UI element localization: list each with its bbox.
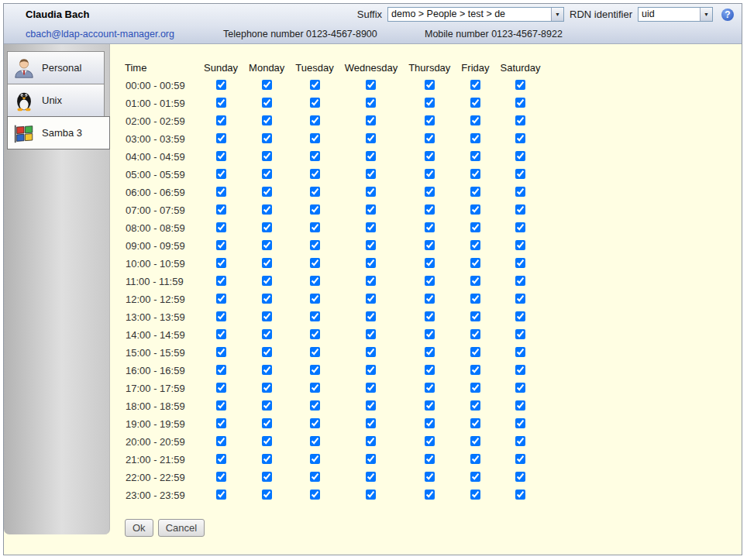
day-hour-checkbox[interactable] (216, 222, 226, 232)
day-hour-checkbox[interactable] (216, 454, 226, 464)
day-hour-checkbox[interactable] (262, 151, 272, 161)
day-hour-checkbox[interactable] (515, 472, 525, 482)
day-hour-checkbox[interactable] (515, 294, 525, 304)
day-hour-checkbox[interactable] (310, 472, 320, 482)
day-hour-checkbox[interactable] (425, 115, 435, 125)
day-hour-checkbox[interactable] (216, 80, 226, 90)
day-hour-checkbox[interactable] (515, 311, 525, 321)
day-hour-checkbox[interactable] (470, 400, 480, 411)
day-hour-checkbox[interactable] (262, 454, 272, 464)
day-hour-checkbox[interactable] (216, 400, 226, 411)
day-hour-checkbox[interactable] (216, 240, 226, 250)
day-hour-checkbox[interactable] (262, 418, 272, 428)
day-hour-checkbox[interactable] (262, 472, 272, 482)
tab-personal[interactable]: Personal (7, 51, 105, 84)
day-hour-checkbox[interactable] (515, 204, 525, 215)
day-hour-checkbox[interactable] (216, 115, 226, 125)
day-hour-checkbox[interactable] (425, 294, 435, 304)
day-hour-checkbox[interactable] (425, 151, 435, 161)
day-hour-checkbox[interactable] (366, 133, 376, 143)
day-hour-checkbox[interactable] (262, 347, 272, 357)
day-hour-checkbox[interactable] (366, 365, 376, 375)
day-hour-checkbox[interactable] (262, 258, 272, 268)
day-hour-checkbox[interactable] (470, 151, 480, 161)
day-hour-checkbox[interactable] (470, 169, 480, 179)
day-hour-checkbox[interactable] (425, 80, 435, 90)
tab-samba3[interactable]: Samba 3 (7, 116, 110, 149)
day-hour-checkbox[interactable] (216, 169, 226, 179)
day-hour-checkbox[interactable] (515, 258, 525, 268)
day-hour-checkbox[interactable] (262, 133, 272, 143)
day-hour-checkbox[interactable] (262, 365, 272, 375)
day-hour-checkbox[interactable] (425, 454, 435, 464)
day-hour-checkbox[interactable] (310, 258, 320, 268)
day-hour-checkbox[interactable] (470, 383, 480, 393)
day-hour-checkbox[interactable] (515, 222, 525, 232)
day-hour-checkbox[interactable] (216, 204, 226, 215)
day-hour-checkbox[interactable] (515, 400, 525, 411)
day-hour-checkbox[interactable] (470, 436, 480, 446)
day-hour-checkbox[interactable] (310, 276, 320, 286)
day-hour-checkbox[interactable] (310, 133, 320, 143)
day-hour-checkbox[interactable] (425, 329, 435, 339)
day-hour-checkbox[interactable] (310, 454, 320, 464)
day-hour-checkbox[interactable] (262, 240, 272, 250)
day-hour-checkbox[interactable] (216, 347, 226, 357)
day-hour-checkbox[interactable] (470, 204, 480, 215)
day-hour-checkbox[interactable] (310, 294, 320, 304)
day-hour-checkbox[interactable] (470, 187, 480, 197)
day-hour-checkbox[interactable] (425, 436, 435, 446)
day-hour-checkbox[interactable] (470, 311, 480, 321)
day-hour-checkbox[interactable] (262, 329, 272, 339)
day-hour-checkbox[interactable] (470, 365, 480, 375)
day-hour-checkbox[interactable] (470, 115, 480, 125)
day-hour-checkbox[interactable] (366, 329, 376, 339)
day-hour-checkbox[interactable] (515, 240, 525, 250)
day-hour-checkbox[interactable] (366, 115, 376, 125)
email-link[interactable]: cbach@ldap-account-manager.org (26, 29, 223, 40)
day-hour-checkbox[interactable] (366, 454, 376, 464)
day-hour-checkbox[interactable] (216, 436, 226, 446)
day-hour-checkbox[interactable] (366, 80, 376, 90)
day-hour-checkbox[interactable] (262, 80, 272, 90)
day-hour-checkbox[interactable] (262, 490, 272, 500)
day-hour-checkbox[interactable] (366, 204, 376, 215)
day-hour-checkbox[interactable] (515, 329, 525, 339)
day-hour-checkbox[interactable] (425, 276, 435, 286)
day-hour-checkbox[interactable] (425, 365, 435, 375)
rdn-identifier-select[interactable]: uid ▼ (638, 7, 713, 22)
day-hour-checkbox[interactable] (366, 222, 376, 232)
day-hour-checkbox[interactable] (470, 329, 480, 339)
day-hour-checkbox[interactable] (310, 98, 320, 108)
day-hour-checkbox[interactable] (216, 133, 226, 143)
day-hour-checkbox[interactable] (425, 98, 435, 108)
day-hour-checkbox[interactable] (262, 98, 272, 108)
day-hour-checkbox[interactable] (470, 98, 480, 108)
day-hour-checkbox[interactable] (515, 115, 525, 125)
day-hour-checkbox[interactable] (425, 347, 435, 357)
day-hour-checkbox[interactable] (310, 490, 320, 500)
day-hour-checkbox[interactable] (310, 187, 320, 197)
suffix-select[interactable]: demo > People > test > de ▼ (387, 7, 564, 22)
day-hour-checkbox[interactable] (216, 276, 226, 286)
day-hour-checkbox[interactable] (310, 169, 320, 179)
day-hour-checkbox[interactable] (216, 472, 226, 482)
day-hour-checkbox[interactable] (310, 115, 320, 125)
day-hour-checkbox[interactable] (425, 311, 435, 321)
day-hour-checkbox[interactable] (470, 347, 480, 357)
day-hour-checkbox[interactable] (262, 187, 272, 197)
day-hour-checkbox[interactable] (425, 187, 435, 197)
day-hour-checkbox[interactable] (470, 276, 480, 286)
day-hour-checkbox[interactable] (515, 436, 525, 446)
day-hour-checkbox[interactable] (310, 204, 320, 215)
day-hour-checkbox[interactable] (515, 383, 525, 393)
day-hour-checkbox[interactable] (366, 169, 376, 179)
day-hour-checkbox[interactable] (425, 490, 435, 500)
day-hour-checkbox[interactable] (470, 490, 480, 500)
day-hour-checkbox[interactable] (216, 383, 226, 393)
day-hour-checkbox[interactable] (262, 222, 272, 232)
day-hour-checkbox[interactable] (425, 133, 435, 143)
day-hour-checkbox[interactable] (262, 436, 272, 446)
day-hour-checkbox[interactable] (425, 472, 435, 482)
day-hour-checkbox[interactable] (515, 98, 525, 108)
